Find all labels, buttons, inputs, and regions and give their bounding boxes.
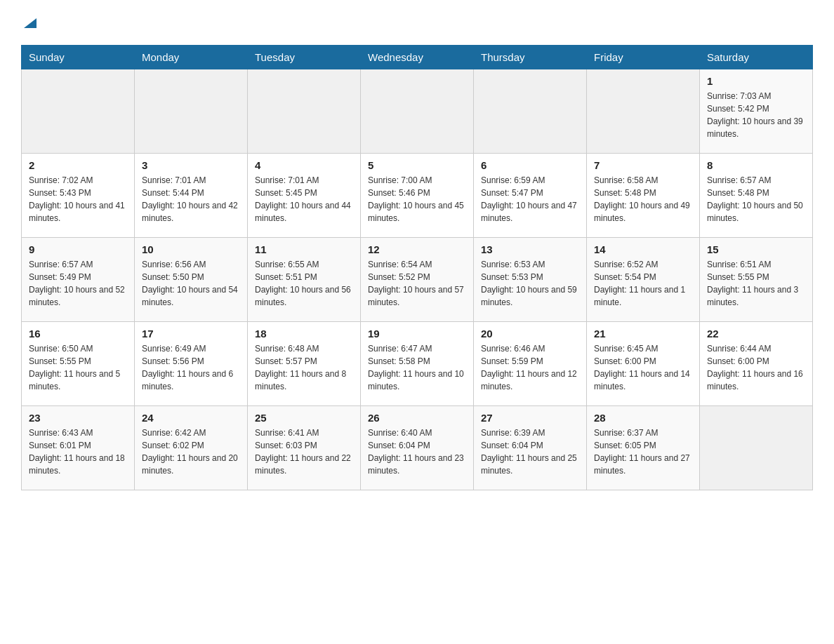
calendar-cell: 4Sunrise: 7:01 AMSunset: 5:45 PMDaylight… — [248, 154, 361, 238]
logo-triangle-icon — [22, 15, 38, 31]
day-number: 1 — [707, 75, 805, 87]
day-number: 6 — [481, 159, 579, 171]
calendar-cell: 24Sunrise: 6:42 AMSunset: 6:02 PMDayligh… — [135, 406, 248, 490]
calendar-cell: 25Sunrise: 6:41 AMSunset: 6:03 PMDayligh… — [248, 406, 361, 490]
day-info: Sunrise: 7:01 AMSunset: 5:44 PMDaylight:… — [142, 174, 240, 224]
calendar-cell: 22Sunrise: 6:44 AMSunset: 6:00 PMDayligh… — [700, 322, 813, 406]
calendar-week-row: 9Sunrise: 6:57 AMSunset: 5:49 PMDaylight… — [22, 238, 813, 322]
day-info: Sunrise: 6:53 AMSunset: 5:53 PMDaylight:… — [481, 258, 579, 309]
calendar-cell: 12Sunrise: 6:54 AMSunset: 5:52 PMDayligh… — [361, 238, 474, 322]
day-info: Sunrise: 6:52 AMSunset: 5:54 PMDaylight:… — [594, 258, 692, 309]
day-of-week-header: Saturday — [700, 46, 813, 69]
day-number: 13 — [481, 243, 579, 255]
calendar-week-row: 23Sunrise: 6:43 AMSunset: 6:01 PMDayligh… — [22, 406, 813, 490]
day-info: Sunrise: 6:58 AMSunset: 5:48 PMDaylight:… — [594, 174, 692, 224]
calendar-cell: 7Sunrise: 6:58 AMSunset: 5:48 PMDaylight… — [587, 154, 700, 238]
calendar-table: SundayMondayTuesdayWednesdayThursdayFrid… — [21, 45, 813, 490]
calendar-cell: 1Sunrise: 7:03 AMSunset: 5:42 PMDaylight… — [700, 69, 813, 154]
day-info: Sunrise: 7:00 AMSunset: 5:46 PMDaylight:… — [368, 174, 466, 224]
day-info: Sunrise: 6:59 AMSunset: 5:47 PMDaylight:… — [481, 174, 579, 224]
day-info: Sunrise: 6:57 AMSunset: 5:49 PMDaylight:… — [29, 258, 127, 309]
day-info: Sunrise: 6:48 AMSunset: 5:57 PMDaylight:… — [255, 342, 353, 393]
logo — [21, 14, 38, 31]
day-of-week-header: Friday — [587, 46, 700, 69]
day-number: 11 — [255, 243, 353, 255]
calendar-cell: 5Sunrise: 7:00 AMSunset: 5:46 PMDaylight… — [361, 154, 474, 238]
day-info: Sunrise: 6:51 AMSunset: 5:55 PMDaylight:… — [707, 258, 805, 309]
day-info: Sunrise: 7:03 AMSunset: 5:42 PMDaylight:… — [707, 90, 805, 140]
day-info: Sunrise: 6:46 AMSunset: 5:59 PMDaylight:… — [481, 342, 579, 393]
day-info: Sunrise: 6:37 AMSunset: 6:05 PMDaylight:… — [594, 427, 692, 477]
day-info: Sunrise: 7:01 AMSunset: 5:45 PMDaylight:… — [255, 174, 353, 224]
calendar-cell: 17Sunrise: 6:49 AMSunset: 5:56 PMDayligh… — [135, 322, 248, 406]
calendar-cell: 19Sunrise: 6:47 AMSunset: 5:58 PMDayligh… — [361, 322, 474, 406]
day-number: 3 — [142, 159, 240, 171]
calendar-cell: 2Sunrise: 7:02 AMSunset: 5:43 PMDaylight… — [22, 154, 135, 238]
day-number: 25 — [255, 412, 353, 424]
day-number: 14 — [594, 243, 692, 255]
day-info: Sunrise: 6:47 AMSunset: 5:58 PMDaylight:… — [368, 342, 466, 393]
day-number: 28 — [594, 412, 692, 424]
day-of-week-header: Sunday — [22, 46, 135, 69]
calendar-cell: 14Sunrise: 6:52 AMSunset: 5:54 PMDayligh… — [587, 238, 700, 322]
day-info: Sunrise: 7:02 AMSunset: 5:43 PMDaylight:… — [29, 174, 127, 224]
day-number: 10 — [142, 243, 240, 255]
day-info: Sunrise: 6:43 AMSunset: 6:01 PMDaylight:… — [29, 427, 127, 477]
calendar-cell — [361, 69, 474, 154]
day-info: Sunrise: 6:41 AMSunset: 6:03 PMDaylight:… — [255, 427, 353, 477]
day-of-week-header: Tuesday — [248, 46, 361, 69]
day-number: 16 — [29, 328, 127, 340]
calendar-cell — [587, 69, 700, 154]
calendar-cell: 21Sunrise: 6:45 AMSunset: 6:00 PMDayligh… — [587, 322, 700, 406]
day-info: Sunrise: 6:42 AMSunset: 6:02 PMDaylight:… — [142, 427, 240, 477]
calendar-cell: 20Sunrise: 6:46 AMSunset: 5:59 PMDayligh… — [474, 322, 587, 406]
day-number: 17 — [142, 328, 240, 340]
day-number: 24 — [142, 412, 240, 424]
calendar-cell: 9Sunrise: 6:57 AMSunset: 5:49 PMDaylight… — [22, 238, 135, 322]
day-number: 2 — [29, 159, 127, 171]
day-of-week-header: Thursday — [474, 46, 587, 69]
day-info: Sunrise: 6:44 AMSunset: 6:00 PMDaylight:… — [707, 342, 805, 393]
day-number: 4 — [255, 159, 353, 171]
calendar-cell: 27Sunrise: 6:39 AMSunset: 6:04 PMDayligh… — [474, 406, 587, 490]
day-number: 9 — [29, 243, 127, 255]
day-info: Sunrise: 6:39 AMSunset: 6:04 PMDaylight:… — [481, 427, 579, 477]
calendar-cell: 23Sunrise: 6:43 AMSunset: 6:01 PMDayligh… — [22, 406, 135, 490]
day-info: Sunrise: 6:49 AMSunset: 5:56 PMDaylight:… — [142, 342, 240, 393]
day-info: Sunrise: 6:50 AMSunset: 5:55 PMDaylight:… — [29, 342, 127, 393]
day-of-week-header: Wednesday — [361, 46, 474, 69]
day-number: 27 — [481, 412, 579, 424]
day-number: 5 — [368, 159, 466, 171]
calendar-cell — [474, 69, 587, 154]
calendar-cell: 26Sunrise: 6:40 AMSunset: 6:04 PMDayligh… — [361, 406, 474, 490]
calendar-cell: 16Sunrise: 6:50 AMSunset: 5:55 PMDayligh… — [22, 322, 135, 406]
day-number: 26 — [368, 412, 466, 424]
calendar-week-row: 1Sunrise: 7:03 AMSunset: 5:42 PMDaylight… — [22, 69, 813, 154]
calendar-cell: 13Sunrise: 6:53 AMSunset: 5:53 PMDayligh… — [474, 238, 587, 322]
day-info: Sunrise: 6:57 AMSunset: 5:48 PMDaylight:… — [707, 174, 805, 224]
page-header — [21, 14, 813, 31]
calendar-cell: 3Sunrise: 7:01 AMSunset: 5:44 PMDaylight… — [135, 154, 248, 238]
calendar-cell — [248, 69, 361, 154]
days-of-week-row: SundayMondayTuesdayWednesdayThursdayFrid… — [22, 46, 813, 69]
day-info: Sunrise: 6:55 AMSunset: 5:51 PMDaylight:… — [255, 258, 353, 309]
day-number: 18 — [255, 328, 353, 340]
day-info: Sunrise: 6:56 AMSunset: 5:50 PMDaylight:… — [142, 258, 240, 309]
svg-marker-0 — [24, 18, 37, 28]
day-number: 7 — [594, 159, 692, 171]
day-number: 22 — [707, 328, 805, 340]
calendar-cell — [135, 69, 248, 154]
calendar-cell — [22, 69, 135, 154]
day-number: 20 — [481, 328, 579, 340]
day-info: Sunrise: 6:40 AMSunset: 6:04 PMDaylight:… — [368, 427, 466, 477]
calendar-body: 1Sunrise: 7:03 AMSunset: 5:42 PMDaylight… — [22, 69, 813, 490]
day-number: 15 — [707, 243, 805, 255]
calendar-cell: 8Sunrise: 6:57 AMSunset: 5:48 PMDaylight… — [700, 154, 813, 238]
day-number: 19 — [368, 328, 466, 340]
day-number: 8 — [707, 159, 805, 171]
calendar-cell: 11Sunrise: 6:55 AMSunset: 5:51 PMDayligh… — [248, 238, 361, 322]
calendar-cell: 28Sunrise: 6:37 AMSunset: 6:05 PMDayligh… — [587, 406, 700, 490]
calendar-cell: 6Sunrise: 6:59 AMSunset: 5:47 PMDaylight… — [474, 154, 587, 238]
day-info: Sunrise: 6:54 AMSunset: 5:52 PMDaylight:… — [368, 258, 466, 309]
calendar-cell: 10Sunrise: 6:56 AMSunset: 5:50 PMDayligh… — [135, 238, 248, 322]
